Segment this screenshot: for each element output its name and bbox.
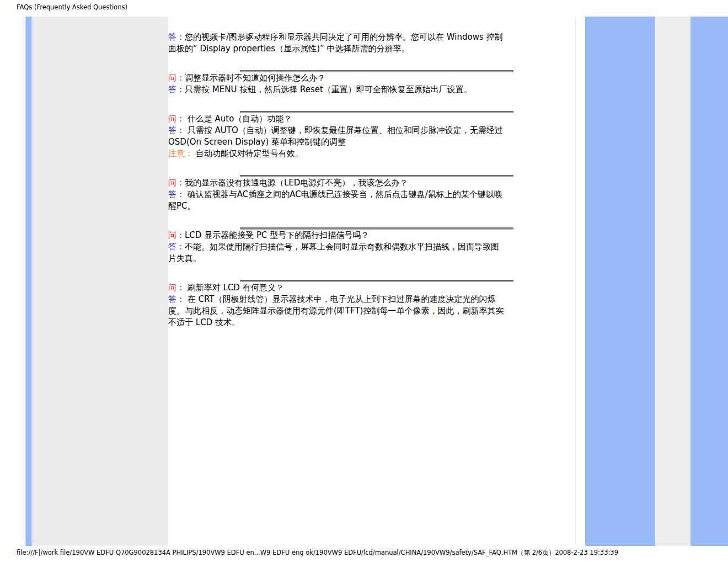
- question-label: 问：: [168, 283, 185, 293]
- question-text: 我的显示器没有接通电源（LED电源灯不亮），我该怎么办？: [185, 178, 408, 188]
- left-blue-strip: [25, 17, 33, 546]
- right-blue-column: [585, 17, 655, 546]
- faq-question: 问：我的显示器没有接通电源（LED电源灯不亮），我该怎么办？: [168, 177, 576, 189]
- answer-text: 在 CRT（阴极射线管）显示器技术中，电子光从上到下扫过屏幕的速度决定光的闪烁度…: [168, 294, 504, 327]
- question-label: 问：: [168, 73, 185, 83]
- faq-answer: 答：只需按 MENU 按钮，然后选择 Reset（重置）即可全部恢复至原始出厂设…: [168, 84, 506, 95]
- status-bar-file-path: file:///F|/work file/190VW EDFU Q70G9002…: [17, 549, 618, 557]
- note-text: 自动功能仅对特定型号有效。: [193, 148, 303, 158]
- question-label: 问：: [168, 178, 185, 188]
- right-gray-column: [655, 17, 690, 546]
- answer-text: 不能。如果使用隔行扫描信号，屏幕上会同时显示奇数和偶数水平扫描线，因而导致图片失…: [168, 242, 499, 263]
- question-text: 刷新率对 LCD 有何意义？: [185, 283, 284, 293]
- answer-label: 答：: [168, 242, 185, 252]
- note-label: 注意：: [168, 148, 193, 158]
- answer-label: 答：: [168, 294, 185, 304]
- navigation-sidebar: [33, 17, 168, 546]
- faq-note: 注意： 自动功能仅对特定型号有效。: [168, 148, 506, 160]
- answer-label: 答：: [168, 32, 185, 42]
- right-edge-blue-column: [690, 17, 728, 546]
- answer-text: 只需按 AUTO（自动）调整键，即恢复最佳屏幕位置、相位和同步脉冲设定，无需经过…: [168, 125, 503, 147]
- answer-label: 答：: [168, 84, 185, 94]
- page-title: FAQs (Frequently Asked Questions): [17, 3, 127, 11]
- faq-question: 问：调整显示器时不知道如何操作怎么办？: [168, 72, 576, 84]
- question-label: 问：: [168, 230, 185, 240]
- answer-label: 答：: [168, 125, 185, 135]
- faq-answer: 答： 在 CRT（阴极射线管）显示器技术中，电子光从上到下扫过屏幕的速度决定光的…: [168, 294, 506, 328]
- content-frame-border: [575, 17, 576, 546]
- faq-content: 答：您的视频卡/图形驱动程序和显示器共同决定了可用的分辨率。您可以在 Windo…: [168, 17, 576, 546]
- faq-answer: 答：不能。如果使用隔行扫描信号，屏幕上会同时显示奇数和偶数水平扫描线，因而导致图…: [168, 241, 506, 264]
- faq-answer: 答： 确认监视器与AC插座之间的AC电源线已连接妥当，然后点击键盘/鼠标上的某个…: [168, 189, 506, 212]
- question-text: 什么是 Auto（自动）功能？: [185, 114, 292, 124]
- answer-text: 只需按 MENU 按钮，然后选择 Reset（重置）即可全部恢复至原始出厂设置。: [185, 84, 472, 94]
- question-text: LCD 显示器能接受 PC 型号下的隔行扫描信号吗？: [185, 230, 369, 240]
- question-text: 调整显示器时不知道如何操作怎么办？: [185, 73, 325, 83]
- faq-question: 问： 刷新率对 LCD 有何意义？: [168, 282, 576, 294]
- answer-label: 答：: [168, 189, 185, 199]
- question-label: 问：: [168, 114, 185, 124]
- answer-text: 确认监视器与AC插座之间的AC电源线已连接妥当，然后点击键盘/鼠标上的某个键以唤…: [168, 189, 502, 211]
- faq-question: 问： 什么是 Auto（自动）功能？: [168, 113, 576, 125]
- faq-answer: 答：您的视频卡/图形驱动程序和显示器共同决定了可用的分辨率。您可以在 Windo…: [168, 31, 506, 55]
- faq-question: 问：LCD 显示器能接受 PC 型号下的隔行扫描信号吗？: [168, 230, 576, 241]
- answer-text: 您的视频卡/图形驱动程序和显示器共同决定了可用的分辨率。您可以在 Windows…: [168, 32, 503, 54]
- faq-answer: 答： 只需按 AUTO（自动）调整键，即恢复最佳屏幕位置、相位和同步脉冲设定，无…: [168, 125, 506, 148]
